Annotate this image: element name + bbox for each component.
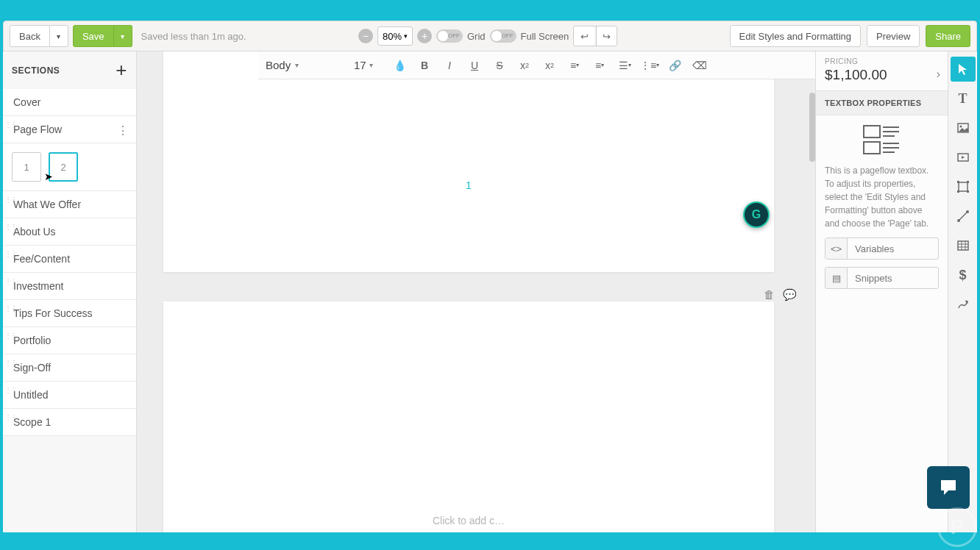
delete-page-icon[interactable]: 🗑 <box>764 288 777 301</box>
save-dropdown[interactable]: ▾ <box>114 25 132 47</box>
grammarly-widget[interactable]: G <box>743 201 770 228</box>
snippets-label: Snippets <box>848 273 938 284</box>
strikethrough-icon[interactable]: S <box>491 57 508 74</box>
watermark-logo-icon: P <box>937 507 977 547</box>
share-button[interactable]: Share <box>926 25 970 47</box>
section-item-investment[interactable]: Investment <box>3 273 136 300</box>
section-item-untitled[interactable]: Untitled <box>3 382 136 409</box>
select-tool-icon[interactable] <box>951 57 976 82</box>
page-thumbnails: 1 2 <box>3 143 136 191</box>
text-tool-icon[interactable]: T <box>951 86 976 111</box>
line-tool-icon[interactable] <box>951 204 976 229</box>
variables-button[interactable]: <> Variables <box>825 238 939 260</box>
grid-toggle[interactable]: OFF <box>436 29 463 43</box>
edit-styles-button[interactable]: Edit Styles and Formatting <box>730 25 861 47</box>
undo-button[interactable]: ↩ <box>574 26 594 46</box>
page-comment-icon[interactable]: 💬 <box>783 288 796 301</box>
sections-sidebar: SECTIONS + Cover Page Flow ⋮ 1 2 What We… <box>3 51 137 532</box>
font-size-select[interactable]: 17 ▾ <box>354 59 383 71</box>
underline-icon[interactable]: U <box>466 57 483 74</box>
bulleted-list-icon[interactable]: ⋮≡▾ <box>641 57 658 74</box>
textbox-icon <box>862 124 902 157</box>
zoom-level-select[interactable]: 80%▾ <box>377 26 413 46</box>
text-color-icon[interactable]: 💧 <box>391 57 408 74</box>
editor-canvas-area: Body ▾ 17 ▾ 💧 B I U S x2 x2 ≡▾ ≡ ▾ ☰▾ ⋮≡… <box>137 51 815 532</box>
textbox-properties-header: TEXTBOX PROPERTIES <box>816 91 948 115</box>
section-item-label: Page Flow <box>13 124 62 135</box>
superscript-icon[interactable]: x2 <box>541 57 558 74</box>
document-page-1[interactable]: 1 <box>163 51 774 272</box>
svg-rect-14 <box>957 190 959 193</box>
pricing-label: PRICING <box>825 57 939 65</box>
svg-line-16 <box>959 212 967 221</box>
svg-rect-13 <box>967 181 969 183</box>
svg-point-17 <box>957 219 960 222</box>
pricing-value: $1,100.00 <box>825 67 939 83</box>
section-item-portfolio[interactable]: Portfolio <box>3 327 136 354</box>
document-page-2[interactable]: 🗑 💬 Click to add c… <box>163 301 774 532</box>
preview-button[interactable]: Preview <box>867 25 920 47</box>
text-format-toolbar: Body ▾ 17 ▾ 💧 B I U S x2 x2 ≡▾ ≡ ▾ ☰▾ ⋮≡… <box>258 51 815 79</box>
table-tool-icon[interactable] <box>951 233 976 258</box>
pricing-tool-icon[interactable]: $ <box>951 262 976 288</box>
grid-toggle-label: Grid <box>467 31 486 42</box>
zoom-in-button[interactable]: + <box>417 29 432 43</box>
fullscreen-toggle-label: Full Screen <box>521 31 569 42</box>
add-content-placeholder[interactable]: Click to add c… <box>241 515 697 526</box>
section-item-tips-for-success[interactable]: Tips For Success <box>3 300 136 327</box>
page-number-label: 1 <box>466 179 472 191</box>
svg-point-18 <box>966 210 969 213</box>
back-dropdown[interactable]: ▾ <box>50 25 68 47</box>
window-bottom-spacer <box>0 532 980 550</box>
section-item-page-flow[interactable]: Page Flow ⋮ <box>3 116 136 143</box>
chevron-right-icon: › <box>937 68 940 81</box>
variables-label: Variables <box>848 243 938 254</box>
numbered-list-icon[interactable]: ☰▾ <box>616 57 633 74</box>
back-button[interactable]: Back <box>10 25 50 47</box>
canvas-scrollbar[interactable] <box>809 93 815 162</box>
section-item-scope-1[interactable]: Scope 1 <box>3 409 136 436</box>
image-tool-icon[interactable] <box>951 115 976 140</box>
chat-widget-button[interactable] <box>927 466 970 509</box>
redo-button[interactable]: ↪ <box>596 26 617 46</box>
clear-format-icon[interactable]: ⌫ <box>691 57 709 74</box>
section-item-fee-content[interactable]: Fee/Content <box>3 246 136 273</box>
snippets-button[interactable]: ▤ Snippets <box>825 267 939 289</box>
section-item-more-icon[interactable]: ⋮ <box>117 124 129 138</box>
properties-panel: PRICING $1,100.00 › TEXTBOX PROPERTIES <box>815 51 948 532</box>
zoom-out-button[interactable]: − <box>358 29 373 43</box>
save-button[interactable]: Save <box>73 25 114 47</box>
line-spacing-icon[interactable]: ≡▾ <box>566 57 583 74</box>
italic-icon[interactable]: I <box>441 57 458 74</box>
fullscreen-toggle[interactable]: OFF <box>490 29 516 43</box>
svg-rect-15 <box>967 190 969 193</box>
add-section-button[interactable]: + <box>116 59 127 82</box>
video-tool-icon[interactable] <box>951 145 976 170</box>
save-status: Saved less than 1m ago. <box>141 31 246 42</box>
section-item-sign-off[interactable]: Sign-Off <box>3 354 136 382</box>
svg-rect-0 <box>864 126 880 138</box>
mouse-cursor-icon: ➤ <box>44 171 53 182</box>
sections-heading: SECTIONS <box>12 65 60 76</box>
snippets-icon: ▤ <box>825 268 848 288</box>
bold-icon[interactable]: B <box>416 57 433 74</box>
section-item-about-us[interactable]: About Us <box>3 218 136 246</box>
window-titlebar-spacer <box>0 0 980 21</box>
shape-tool-icon[interactable] <box>951 174 976 199</box>
svg-rect-4 <box>864 142 880 154</box>
pricing-summary[interactable]: PRICING $1,100.00 › <box>816 51 948 91</box>
link-icon[interactable]: 🔗 <box>666 57 683 74</box>
page-thumb-2[interactable]: 2 <box>49 152 78 182</box>
section-item-what-we-offer[interactable]: What We Offer <box>3 191 136 218</box>
svg-rect-11 <box>959 182 967 191</box>
svg-point-9 <box>959 126 962 128</box>
svg-rect-12 <box>957 181 959 183</box>
section-item-cover[interactable]: Cover <box>3 89 136 116</box>
right-tool-rail: T $ <box>948 51 977 532</box>
subscript-icon[interactable]: x2 <box>516 57 533 74</box>
paragraph-style-select[interactable]: Body ▾ <box>266 59 347 71</box>
svg-rect-19 <box>958 241 968 250</box>
signature-tool-icon[interactable] <box>951 292 976 317</box>
page-thumb-1[interactable]: 1 <box>12 152 41 182</box>
align-icon[interactable]: ≡ ▾ <box>591 57 608 74</box>
